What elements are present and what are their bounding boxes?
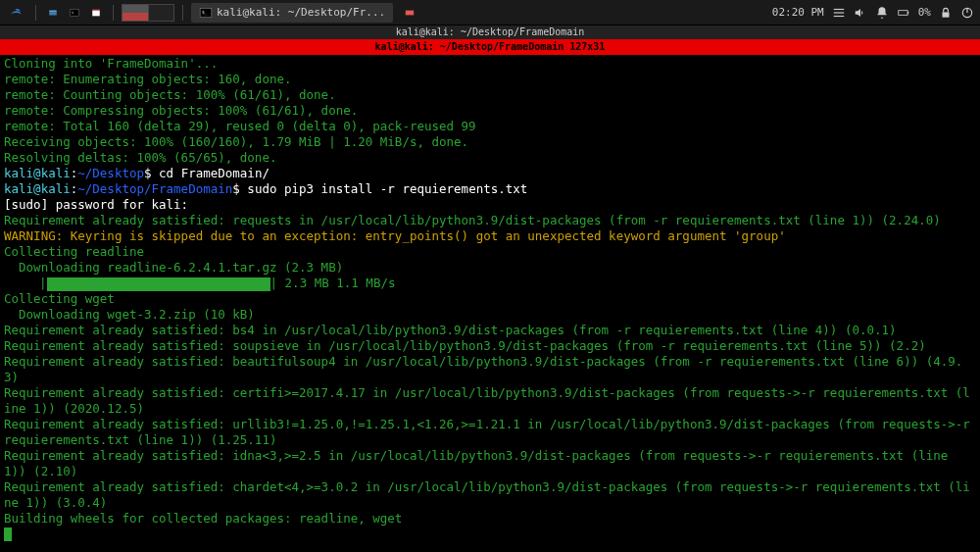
svg-rect-14 xyxy=(943,12,950,17)
terminal-line: kali@kali:~/Desktop/FrameDomain$ sudo pi… xyxy=(4,181,976,197)
lock-icon[interactable] xyxy=(939,6,953,20)
browser-launcher[interactable] xyxy=(87,4,105,22)
workspace-1[interactable] xyxy=(122,5,148,21)
svg-rect-1 xyxy=(49,12,57,15)
terminal-line: Requirement already satisfied: certifi>=… xyxy=(4,385,976,417)
svg-rect-0 xyxy=(49,10,57,12)
terminal-line: Resolving deltas: 100% (65/65), done. xyxy=(4,150,976,166)
terminal-line: remote: Counting objects: 100% (61/61), … xyxy=(4,87,976,103)
top-panel: $_ $_ kali@kali: ~/Desktop/Fr... 02:20 P… xyxy=(0,0,980,25)
workspace-pager[interactable] xyxy=(122,4,174,22)
svg-rect-12 xyxy=(899,10,907,15)
terminal-titlebar[interactable]: kali@kali: ~/Desktop/FrameDomain xyxy=(0,25,980,39)
clock[interactable]: 02:20 PM xyxy=(772,6,824,19)
volume-icon[interactable] xyxy=(854,6,867,20)
terminal-line: || 2.3 MB 1.1 MB/s xyxy=(4,276,976,291)
svg-rect-11 xyxy=(834,15,845,16)
terminal-line: Requirement already satisfied: chardet<4… xyxy=(4,479,976,511)
terminal-window: kali@kali: ~/Desktop/FrameDomain kali@ka… xyxy=(0,25,980,543)
svg-rect-5 xyxy=(92,10,100,15)
svg-rect-9 xyxy=(834,8,845,9)
terminal-line: remote: Compressing objects: 100% (61/61… xyxy=(4,103,976,119)
terminal-tab[interactable]: kali@kali: ~/Desktop/FrameDomain 127x31 xyxy=(0,39,980,55)
terminal-line: Downloading wget-3.2.zip (10 kB) xyxy=(4,307,976,323)
battery-icon[interactable] xyxy=(897,6,910,20)
panel-separator xyxy=(182,5,183,21)
taskbar-window-label: kali@kali: ~/Desktop/Fr... xyxy=(217,6,385,19)
terminal-line: Cloning into 'FrameDomain'... xyxy=(4,56,976,72)
panel-right: 02:20 PM 0% xyxy=(772,6,974,20)
panel-separator xyxy=(35,5,36,21)
svg-text:$_: $_ xyxy=(72,10,75,14)
terminal-line: Requirement already satisfied: beautiful… xyxy=(4,354,976,385)
terminal-line: [sudo] password for kali: xyxy=(4,197,976,213)
svg-rect-13 xyxy=(907,11,908,13)
terminal-line: Building wheels for collected packages: … xyxy=(4,511,976,527)
terminal-line: Collecting readline xyxy=(4,244,976,260)
taskbar-terminal-window[interactable]: $_ kali@kali: ~/Desktop/Fr... xyxy=(191,3,393,23)
terminal-line: Requirement already satisfied: requests … xyxy=(4,213,976,228)
files-launcher[interactable] xyxy=(44,4,62,22)
cursor xyxy=(4,527,12,541)
battery-percent: 0% xyxy=(918,6,931,19)
terminal-line: WARNING: Keyring is skipped due to an ex… xyxy=(4,228,976,244)
terminal-launcher[interactable]: $_ xyxy=(66,4,83,22)
terminal-line: Requirement already satisfied: bs4 in /u… xyxy=(4,323,976,338)
terminal-line: Downloading readline-6.2.4.1.tar.gz (2.3… xyxy=(4,260,976,276)
panel-separator xyxy=(113,5,114,21)
workspace-2[interactable] xyxy=(148,5,173,21)
applications-menu[interactable] xyxy=(6,3,27,23)
menu-icon[interactable] xyxy=(832,6,846,20)
terminal-line: remote: Enumerating objects: 160, done. xyxy=(4,72,976,87)
power-icon[interactable] xyxy=(960,6,974,20)
svg-rect-10 xyxy=(834,12,845,13)
terminal-line: Receiving objects: 100% (160/160), 1.79 … xyxy=(4,134,976,150)
taskbar-extra[interactable] xyxy=(401,4,418,22)
terminal-line: Requirement already satisfied: soupsieve… xyxy=(4,338,976,354)
svg-rect-4 xyxy=(92,9,100,10)
notifications-icon[interactable] xyxy=(875,6,889,20)
terminal-line xyxy=(4,527,976,542)
terminal-content[interactable]: Cloning into 'FrameDomain'...remote: Enu… xyxy=(0,55,980,543)
svg-rect-8 xyxy=(406,10,414,15)
terminal-line: Requirement already satisfied: urllib3!=… xyxy=(4,417,976,448)
terminal-line: Collecting wget xyxy=(4,291,976,307)
terminal-line: remote: Total 160 (delta 29), reused 0 (… xyxy=(4,119,976,134)
progress-bar xyxy=(47,277,270,291)
panel-left: $_ $_ kali@kali: ~/Desktop/Fr... xyxy=(6,3,418,23)
terminal-line: Requirement already satisfied: idna<3,>=… xyxy=(4,448,976,479)
terminal-line: kali@kali:~/Desktop$ cd FrameDomain/ xyxy=(4,166,976,181)
